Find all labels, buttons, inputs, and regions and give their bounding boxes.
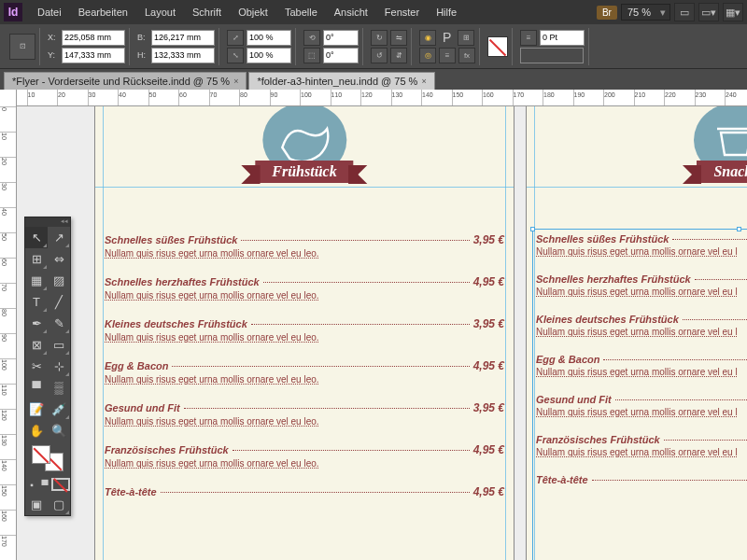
fill-stroke-swatches[interactable] bbox=[25, 441, 70, 475]
rectangle-tool[interactable]: ▭ bbox=[48, 334, 70, 356]
fill-swatch-icon[interactable] bbox=[487, 36, 508, 57]
reference-point-icon[interactable]: ⊡ bbox=[9, 34, 35, 60]
flip-h-icon[interactable]: ⇋ bbox=[390, 30, 407, 46]
eyedropper-tool[interactable]: 💉 bbox=[48, 399, 70, 420]
apply-none-icon[interactable] bbox=[51, 475, 70, 494]
type-tool[interactable]: T bbox=[25, 291, 48, 313]
preview-view-icon[interactable]: ▢ bbox=[48, 494, 70, 515]
gradient-swatch-tool[interactable]: ▀ bbox=[25, 377, 48, 399]
x-input[interactable]: 225,058 mm bbox=[62, 30, 125, 46]
height-input[interactable]: 132,333 mm bbox=[151, 48, 215, 63]
menu-item[interactable]: Tête-à-tête 4,95 € bbox=[105, 485, 504, 498]
page-tool[interactable]: ⊞ bbox=[25, 248, 48, 270]
tab-flyer[interactable]: *Flyer - Vorderseite und Rückseite.indd … bbox=[4, 72, 247, 90]
heading-ribbon: Frühstück bbox=[255, 161, 353, 183]
width-input[interactable]: 126,217 mm bbox=[151, 30, 215, 46]
screen-mode-icon[interactable]: ▭▾ bbox=[698, 3, 719, 21]
select-content-icon[interactable]: ◎ bbox=[419, 48, 436, 63]
gap-tool[interactable]: ⇔ bbox=[48, 248, 70, 270]
rotate-icon: ⟲ bbox=[303, 30, 320, 46]
menu-tabelle[interactable]: Tabelle bbox=[277, 3, 325, 21]
document-page-1[interactable]: Frühstück Schnelles süßes Frühstück 3,95… bbox=[94, 106, 514, 560]
menu-layout[interactable]: Layout bbox=[137, 3, 183, 21]
zoom-select[interactable]: 75 % bbox=[621, 4, 670, 21]
close-icon[interactable]: × bbox=[233, 77, 238, 86]
line-tool[interactable]: ╱ bbox=[48, 291, 70, 313]
gradient-feather-tool[interactable]: ▒ bbox=[48, 377, 70, 399]
menu-hilfe[interactable]: Hilfe bbox=[429, 3, 464, 21]
rotate-input[interactable]: 0° bbox=[323, 30, 359, 46]
hand-tool[interactable]: ✋ bbox=[25, 420, 48, 441]
scale-x-icon: ⤢ bbox=[227, 30, 244, 46]
menu-item[interactable]: Schnelles süßes Frühstück 3,95 €Nullam q… bbox=[105, 233, 504, 259]
stroke-weight-input[interactable]: 0 Pt bbox=[540, 30, 585, 46]
menu-ansicht[interactable]: Ansicht bbox=[327, 3, 375, 21]
direct-selection-tool[interactable]: ↗ bbox=[48, 227, 70, 248]
toolbox[interactable]: ◂◂ ↖ ↗ ⊞ ⇔ ▦ ▨ T ╱ ✒ ✎ ⊠ ▭ ✂ ⊹ ▀ ▒ 📝 💉 ✋… bbox=[24, 217, 71, 516]
pencil-tool[interactable]: ✎ bbox=[48, 313, 70, 334]
view-mode-icon[interactable]: ▭ bbox=[674, 3, 695, 21]
stroke-weight-icon: ≡ bbox=[520, 30, 537, 46]
menu-datei[interactable]: Datei bbox=[30, 3, 69, 21]
document-page-2[interactable]: Snacks Schnelles süßes Frühstück Nullam … bbox=[526, 106, 747, 560]
h-label: H: bbox=[137, 50, 148, 60]
menu-objekt[interactable]: Objekt bbox=[231, 3, 275, 21]
align-icon[interactable]: ≡ bbox=[439, 48, 456, 63]
menu-item[interactable]: Schnelles herzhaftes Frühstück 4,95 €Nul… bbox=[105, 275, 504, 301]
close-icon[interactable]: × bbox=[421, 77, 426, 86]
tab-folder-a3[interactable]: *folder-a3-hinten_neu.indd @ 75 %× bbox=[248, 72, 434, 90]
section-header: Frühstück bbox=[255, 106, 353, 200]
content-collector-tool[interactable]: ▦ bbox=[25, 270, 48, 291]
pen-tool[interactable]: ✒ bbox=[25, 313, 48, 334]
content-placer-tool[interactable]: ▨ bbox=[48, 270, 70, 291]
y-label: Y: bbox=[48, 50, 59, 60]
free-transform-tool[interactable]: ⊹ bbox=[48, 356, 70, 377]
toolbox-header[interactable]: ◂◂ bbox=[25, 217, 70, 227]
normal-view-icon[interactable]: ▣ bbox=[25, 494, 48, 515]
shear-input[interactable]: 0° bbox=[323, 48, 359, 63]
menu-item[interactable]: Gesund und Fit 3,95 €Nullam quis risus e… bbox=[105, 401, 504, 427]
x-label: X: bbox=[48, 33, 59, 42]
scale-x-input[interactable]: 100 % bbox=[247, 30, 291, 46]
select-container-icon[interactable]: ◉ bbox=[419, 30, 436, 46]
apply-gradient-icon[interactable]: ▀ bbox=[38, 475, 51, 494]
rectangle-frame-tool[interactable]: ⊠ bbox=[25, 334, 48, 356]
note-tool[interactable]: 📝 bbox=[25, 399, 48, 420]
scissors-tool[interactable]: ✂ bbox=[25, 356, 48, 377]
menu-item[interactable]: Französisches Frühstück Nullam quis risu… bbox=[536, 434, 747, 457]
menu-item[interactable]: Schnelles herzhaftes Frühstück Nullam qu… bbox=[536, 273, 747, 297]
effects-icon[interactable]: fx bbox=[458, 48, 475, 63]
menu-bearbeiten[interactable]: Bearbeiten bbox=[71, 3, 135, 21]
menu-item[interactable]: Schnelles süßes Frühstück Nullam quis ri… bbox=[536, 233, 747, 257]
canvas[interactable]: Frühstück Schnelles süßes Frühstück 3,95… bbox=[17, 106, 747, 560]
stroke-style-select[interactable] bbox=[520, 48, 584, 63]
distribute-icon[interactable]: ⊞ bbox=[458, 30, 474, 46]
menu-item[interactable]: Gesund und Fit Nullam quis risus eget ur… bbox=[536, 394, 747, 417]
heading-ribbon: Snacks bbox=[697, 161, 747, 183]
workspace: 0102030405060708090100110120130140150160… bbox=[0, 90, 747, 560]
menu-item[interactable]: Egg & Bacon Nullam quis risus eget urna … bbox=[536, 354, 747, 377]
zoom-tool[interactable]: 🔍 bbox=[48, 420, 70, 441]
menu-schrift[interactable]: Schrift bbox=[185, 3, 229, 21]
paragraph-icon[interactable]: P bbox=[439, 30, 455, 45]
menu-fenster[interactable]: Fenster bbox=[377, 3, 427, 21]
fill-swatch[interactable] bbox=[32, 445, 50, 464]
rotate-ccw-icon[interactable]: ↺ bbox=[371, 48, 388, 63]
rotate-cw-icon[interactable]: ↻ bbox=[371, 30, 388, 46]
horizontal-ruler[interactable]: 0102030405060708090100110120130140150160… bbox=[17, 90, 747, 106]
arrange-icon[interactable]: ▦▾ bbox=[723, 3, 743, 21]
doc-tabs: *Flyer - Vorderseite und Rückseite.indd … bbox=[0, 69, 747, 90]
menu-item[interactable]: Kleines deutsches Frühstück 3,95 €Nullam… bbox=[105, 317, 504, 343]
control-bar: ⊡ X:225,058 mm Y:147,333 mm B:126,217 mm… bbox=[0, 24, 747, 69]
apply-color-icon[interactable]: ▪ bbox=[25, 475, 38, 494]
y-input[interactable]: 147,333 mm bbox=[62, 48, 125, 63]
scale-y-input[interactable]: 100 % bbox=[247, 48, 291, 63]
selection-tool[interactable]: ↖ bbox=[25, 227, 48, 248]
menu-item[interactable]: Tête-à-tête bbox=[536, 474, 747, 485]
bridge-button[interactable]: Br bbox=[597, 6, 617, 20]
menu-item[interactable]: Französisches Frühstück 4,95 €Nullam qui… bbox=[105, 443, 504, 469]
menu-item[interactable]: Kleines deutsches Frühstück Nullam quis … bbox=[536, 314, 747, 337]
menu-item[interactable]: Egg & Bacon 4,95 €Nullam quis risus eget… bbox=[105, 359, 504, 385]
flip-v-icon[interactable]: ⇵ bbox=[390, 48, 407, 63]
vertical-ruler[interactable]: 0102030405060708090100110120130140150160… bbox=[0, 90, 17, 560]
